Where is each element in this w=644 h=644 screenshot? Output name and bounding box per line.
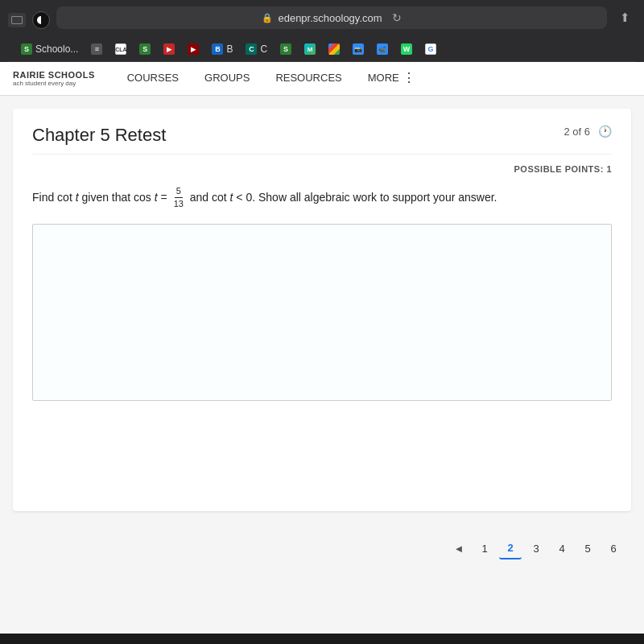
brand: RAIRIE SCHOOLS ach student every day bbox=[13, 70, 95, 87]
pagination-page-4[interactable]: 4 bbox=[551, 537, 573, 559]
brand-name: RAIRIE SCHOOLS bbox=[13, 70, 95, 80]
pagination-page-6[interactable]: 6 bbox=[602, 537, 625, 559]
fraction-numerator: 5 bbox=[175, 185, 183, 198]
pagination-page-5[interactable]: 5 bbox=[576, 537, 599, 559]
bookmark-favicon-meet: M bbox=[304, 43, 316, 55]
bookmark-favicon-red1: ▶ bbox=[163, 43, 175, 55]
bookmark-google[interactable]: G bbox=[420, 42, 441, 56]
site-nav: RAIRIE SCHOOLS ach student every day COU… bbox=[0, 62, 644, 96]
fraction: 5 13 bbox=[172, 185, 185, 211]
bookmark-zoom2[interactable]: 📹 bbox=[372, 42, 393, 56]
pagination-page-3[interactable]: 3 bbox=[525, 537, 547, 559]
question-meta: 2 of 6 🕐 bbox=[564, 125, 612, 138]
possible-points: POSSIBLE POINTS: 1 bbox=[32, 164, 612, 174]
refresh-icon[interactable]: ↻ bbox=[392, 11, 402, 24]
pagination-page-2[interactable]: 2 bbox=[499, 537, 522, 559]
nav-item-more[interactable]: MORE ⋮ bbox=[355, 62, 428, 95]
half-circle-inner bbox=[37, 16, 45, 24]
address-bar[interactable]: 🔒 edenpr.schoology.com ↻ bbox=[56, 6, 607, 29]
bookmark-favicon-google: G bbox=[425, 43, 436, 55]
address-bar-row: 🔒 edenpr.schoology.com ↻ ⬆ bbox=[56, 6, 636, 29]
nav-item-resources[interactable]: RESOURCES bbox=[262, 62, 354, 95]
bookmark-red2[interactable]: ▶ bbox=[183, 42, 204, 56]
bookmark-drive[interactable] bbox=[324, 42, 345, 56]
bookmark-favicon-s3: S bbox=[280, 43, 291, 55]
bookmark-favicon-zoom1: 📷 bbox=[353, 43, 364, 55]
main-content: Chapter 5 Retest 2 of 6 🕐 POSSIBLE POINT… bbox=[13, 109, 631, 511]
brand-tagline: ach student every day bbox=[13, 80, 95, 87]
bookmark-s2[interactable]: S bbox=[134, 42, 155, 56]
tab-bar: 🔒 edenpr.schoology.com ↻ ⬆ bbox=[8, 6, 636, 34]
website: RAIRIE SCHOOLS ach student every day COU… bbox=[0, 62, 644, 634]
bookmark-favicon-b: B bbox=[212, 43, 223, 55]
nav-items: COURSES GROUPS RESOURCES MORE ⋮ bbox=[114, 62, 428, 95]
bookmark-label-schoology: Schoolo... bbox=[35, 43, 78, 55]
question-title: Chapter 5 Retest bbox=[32, 125, 166, 146]
clock-icon: 🕐 bbox=[598, 125, 612, 138]
bookmark-favicon-s2: S bbox=[139, 43, 151, 55]
half-circle-icon[interactable] bbox=[32, 11, 50, 29]
bookmark-meet[interactable]: M bbox=[299, 42, 320, 56]
bookmark-favicon-c: C bbox=[246, 43, 257, 55]
bookmark-cla[interactable]: CLA bbox=[110, 42, 131, 56]
bookmark-s3[interactable]: S bbox=[275, 42, 296, 56]
answer-box[interactable] bbox=[32, 224, 612, 401]
bookmark-schoology[interactable]: S Schoolo... bbox=[16, 42, 83, 56]
tab-grid-icon[interactable] bbox=[8, 13, 26, 27]
browser-action-icons: ⬆ bbox=[613, 6, 636, 29]
bookmark-favicon-drive bbox=[328, 43, 340, 55]
address-text: edenpr.schoology.com bbox=[278, 12, 382, 24]
bookmark-red1[interactable]: ▶ bbox=[159, 42, 180, 56]
bookmark-label-b: B bbox=[226, 43, 233, 55]
bookmark-wa[interactable]: W bbox=[396, 42, 417, 56]
bookmark-favicon-zoom2: 📹 bbox=[377, 43, 388, 55]
question-text: Find cot t given that cos t = 5 13 and c… bbox=[32, 185, 612, 211]
tab-icon-inner bbox=[11, 16, 23, 24]
pagination-page-1[interactable]: 1 bbox=[473, 537, 496, 559]
more-dots-icon: ⋮ bbox=[402, 70, 415, 85]
bookmarks-bar: S Schoolo... ≡ CLA S ▶ ▶ B B C C S M bbox=[8, 39, 636, 62]
bookmark-favicon-list: ≡ bbox=[91, 43, 102, 55]
bookmark-favicon-cla: CLA bbox=[115, 43, 126, 55]
bookmark-favicon-schoology: S bbox=[21, 43, 32, 55]
bookmark-favicon-red2: ▶ bbox=[188, 43, 199, 55]
bookmark-b[interactable]: B B bbox=[207, 42, 237, 56]
question-header: Chapter 5 Retest 2 of 6 🕐 bbox=[32, 125, 612, 155]
question-counter: 2 of 6 bbox=[564, 126, 590, 138]
nav-item-groups[interactable]: GROUPS bbox=[192, 62, 262, 95]
fraction-denominator: 13 bbox=[172, 198, 185, 210]
pagination-prev[interactable]: ◄ bbox=[448, 537, 470, 559]
pagination: ◄ 1 2 3 4 5 6 bbox=[0, 524, 644, 572]
bookmark-c[interactable]: C C bbox=[241, 42, 272, 56]
share-icon[interactable]: ⬆ bbox=[613, 6, 636, 29]
bookmark-list[interactable]: ≡ bbox=[86, 42, 107, 56]
lock-icon: 🔒 bbox=[262, 13, 273, 23]
bookmark-zoom1[interactable]: 📷 bbox=[348, 42, 369, 56]
bookmark-favicon-wa: W bbox=[401, 43, 412, 55]
browser-chrome: 🔒 edenpr.schoology.com ↻ ⬆ S Schoolo... … bbox=[0, 0, 644, 62]
bookmark-label-c: C bbox=[260, 43, 267, 55]
nav-item-courses[interactable]: COURSES bbox=[114, 62, 192, 95]
